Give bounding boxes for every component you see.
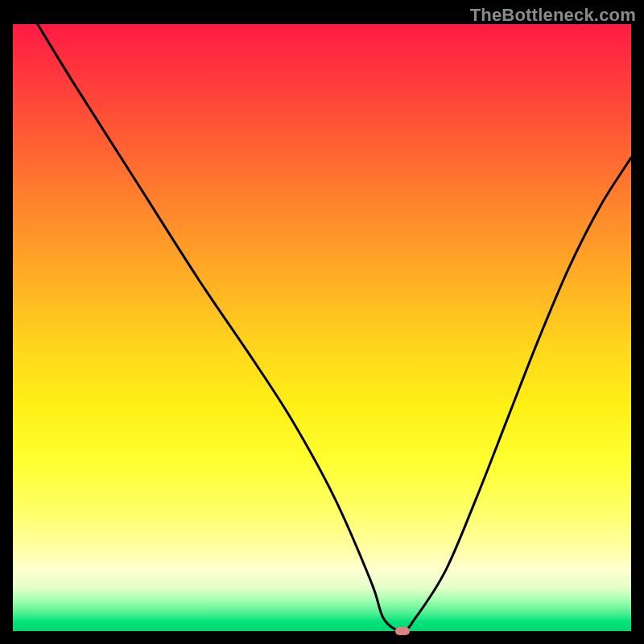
chart-frame: TheBottleneck.com: [0, 0, 644, 644]
watermark-text: TheBottleneck.com: [470, 5, 636, 26]
plot-area: [13, 24, 631, 631]
optimal-marker: [395, 627, 410, 635]
curve-path: [38, 24, 631, 631]
bottleneck-curve: [13, 24, 631, 631]
